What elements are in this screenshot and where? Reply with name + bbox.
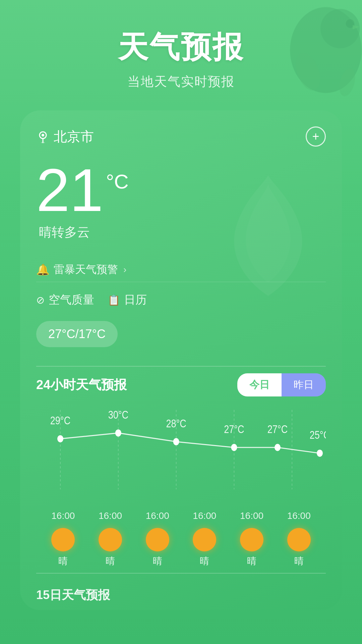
svg-text:27°C: 27°C bbox=[267, 423, 288, 435]
temperature-chart: 29°C 30°C 28°C 27°C 27°C 25°C bbox=[36, 410, 326, 504]
weather-col-4: 晴 bbox=[181, 528, 228, 568]
air-quality-label: 空气质量 bbox=[49, 292, 94, 308]
weather-col-5: 晴 bbox=[228, 528, 276, 568]
time-label-2: 16:00 bbox=[87, 511, 134, 521]
svg-text:25°C: 25°C bbox=[310, 429, 326, 441]
weather-col-2: 晴 bbox=[87, 528, 134, 568]
svg-point-23 bbox=[231, 444, 237, 451]
weather-col-6: 晴 bbox=[275, 528, 322, 568]
phone-card: 北京市 + 21 °C 晴转多云 🔔 雷暴天气预警 › ⊘ 空气质量 📋 bbox=[20, 110, 342, 610]
next-forecast-label: 15日天气预报 bbox=[36, 587, 326, 610]
time-labels: 16:00 16:00 16:00 16:00 16:00 16:00 bbox=[36, 511, 326, 521]
location-icon bbox=[36, 130, 50, 143]
temperature-value: 21 bbox=[36, 160, 103, 220]
condition-6: 晴 bbox=[294, 555, 304, 568]
bottom-divider bbox=[36, 573, 326, 574]
svg-point-22 bbox=[173, 438, 179, 445]
time-label-4: 16:00 bbox=[181, 511, 228, 521]
svg-point-21 bbox=[115, 429, 121, 437]
sun-icon-2 bbox=[99, 528, 122, 551]
chart-svg: 29°C 30°C 28°C 27°C 27°C 25°C bbox=[36, 410, 326, 504]
svg-point-25 bbox=[317, 449, 323, 457]
condition-2: 晴 bbox=[106, 555, 115, 568]
add-button[interactable]: + bbox=[306, 126, 326, 147]
weather-col-1: 晴 bbox=[40, 528, 87, 568]
page-title: 天气预报 bbox=[0, 27, 362, 68]
alert-bar[interactable]: 🔔 雷暴天气预警 › bbox=[36, 258, 326, 282]
svg-text:30°C: 30°C bbox=[108, 410, 128, 421]
alert-text: 雷暴天气预警 bbox=[54, 262, 118, 277]
time-label-1: 16:00 bbox=[40, 511, 87, 521]
temperature-section: 21 °C 晴转多云 bbox=[36, 160, 326, 241]
time-label-5: 16:00 bbox=[228, 511, 276, 521]
condition-4: 晴 bbox=[200, 555, 209, 568]
location-name: 北京市 bbox=[54, 127, 94, 146]
sun-icon-6 bbox=[287, 528, 311, 551]
sun-icon-4 bbox=[193, 528, 216, 551]
calendar-link[interactable]: 📋 日历 bbox=[108, 292, 147, 308]
location-wrap: 北京市 bbox=[36, 127, 94, 146]
time-label-6: 16:00 bbox=[275, 511, 322, 521]
alert-icon: 🔔 bbox=[36, 263, 50, 276]
weather-col-3: 晴 bbox=[134, 528, 181, 568]
tab-today[interactable]: 今日 bbox=[237, 373, 282, 396]
sun-icon-1 bbox=[51, 528, 75, 551]
svg-text:29°C: 29°C bbox=[50, 415, 70, 427]
svg-point-20 bbox=[57, 435, 63, 442]
calendar-label: 日历 bbox=[124, 292, 147, 308]
temp-range: 27°C/17°C bbox=[36, 321, 118, 347]
condition-3: 晴 bbox=[153, 555, 162, 568]
quick-links: ⊘ 空气质量 📋 日历 bbox=[36, 292, 326, 308]
forecast-title: 24小时天气预报 bbox=[36, 376, 127, 393]
page-subtitle: 当地天气实时预报 bbox=[0, 73, 362, 90]
alert-arrow-icon: › bbox=[123, 264, 126, 275]
card-topbar: 北京市 + bbox=[36, 126, 326, 147]
air-quality-link[interactable]: ⊘ 空气质量 bbox=[36, 292, 94, 308]
forecast-section: 24小时天气预报 今日 昨日 29°C 30°C bbox=[36, 373, 326, 568]
sun-icon-3 bbox=[146, 528, 169, 551]
svg-point-24 bbox=[275, 444, 281, 451]
divider bbox=[36, 366, 326, 367]
condition-1: 晴 bbox=[58, 555, 68, 568]
tab-yesterday[interactable]: 昨日 bbox=[282, 373, 326, 396]
sun-icon-5 bbox=[240, 528, 263, 551]
condition-5: 晴 bbox=[247, 555, 256, 568]
calendar-icon: 📋 bbox=[108, 294, 120, 306]
weather-description: 晴转多云 bbox=[39, 224, 326, 241]
tab-group: 今日 昨日 bbox=[237, 373, 326, 396]
svg-text:28°C: 28°C bbox=[166, 417, 186, 429]
temperature-unit: °C bbox=[106, 170, 128, 193]
svg-point-8 bbox=[41, 142, 45, 143]
svg-point-7 bbox=[42, 134, 44, 137]
weather-icons-row: 晴 晴 晴 晴 晴 bbox=[36, 528, 326, 568]
header-section: 天气预报 当地天气实时预报 bbox=[0, 0, 362, 104]
svg-text:27°C: 27°C bbox=[224, 423, 244, 435]
time-label-3: 16:00 bbox=[134, 511, 181, 521]
air-quality-icon: ⊘ bbox=[36, 294, 45, 306]
forecast-header: 24小时天气预报 今日 昨日 bbox=[36, 373, 326, 396]
